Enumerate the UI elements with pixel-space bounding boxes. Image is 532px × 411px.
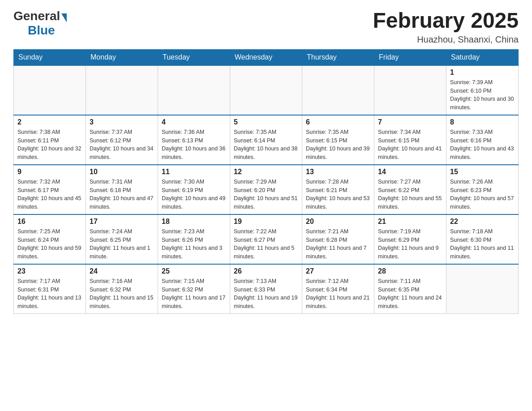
calendar-week-row: 1Sunrise: 7:39 AM Sunset: 6:10 PM Daylig… xyxy=(14,65,519,115)
day-number: 12 xyxy=(234,168,298,176)
table-row: 6Sunrise: 7:35 AM Sunset: 6:15 PM Daylig… xyxy=(302,115,374,165)
day-number: 22 xyxy=(450,218,515,226)
day-info: Sunrise: 7:17 AM Sunset: 6:31 PM Dayligh… xyxy=(17,277,82,311)
day-info: Sunrise: 7:37 AM Sunset: 6:12 PM Dayligh… xyxy=(90,128,154,162)
day-info: Sunrise: 7:23 AM Sunset: 6:26 PM Dayligh… xyxy=(162,227,226,261)
calendar-week-row: 23Sunrise: 7:17 AM Sunset: 6:31 PM Dayli… xyxy=(14,264,519,314)
day-info: Sunrise: 7:26 AM Sunset: 6:23 PM Dayligh… xyxy=(450,178,515,211)
day-number: 11 xyxy=(162,168,226,176)
calendar-table: Sunday Monday Tuesday Wednesday Thursday… xyxy=(13,49,519,314)
col-wednesday: Wednesday xyxy=(230,49,302,65)
day-info: Sunrise: 7:39 AM Sunset: 6:10 PM Dayligh… xyxy=(450,78,515,112)
day-number: 6 xyxy=(306,118,370,126)
day-number: 4 xyxy=(162,118,226,126)
day-info: Sunrise: 7:13 AM Sunset: 6:33 PM Dayligh… xyxy=(234,277,298,311)
col-sunday: Sunday xyxy=(14,49,86,65)
table-row: 22Sunrise: 7:18 AM Sunset: 6:30 PM Dayli… xyxy=(446,214,519,264)
day-number: 28 xyxy=(378,267,442,275)
day-number: 3 xyxy=(90,118,154,126)
day-number: 16 xyxy=(17,218,82,226)
table-row xyxy=(86,65,158,115)
table-row: 13Sunrise: 7:28 AM Sunset: 6:21 PM Dayli… xyxy=(302,165,374,214)
day-info: Sunrise: 7:36 AM Sunset: 6:13 PM Dayligh… xyxy=(162,128,226,162)
day-number: 19 xyxy=(234,218,298,226)
day-info: Sunrise: 7:22 AM Sunset: 6:27 PM Dayligh… xyxy=(234,227,298,261)
table-row: 1Sunrise: 7:39 AM Sunset: 6:10 PM Daylig… xyxy=(446,65,519,115)
day-number: 2 xyxy=(17,118,82,126)
calendar-week-row: 16Sunrise: 7:25 AM Sunset: 6:24 PM Dayli… xyxy=(14,214,519,264)
day-info: Sunrise: 7:27 AM Sunset: 6:22 PM Dayligh… xyxy=(378,178,442,211)
logo-blue-text: Blue xyxy=(28,23,55,37)
table-row xyxy=(158,65,230,115)
logo: General Blue xyxy=(13,9,67,38)
table-row: 28Sunrise: 7:11 AM Sunset: 6:35 PM Dayli… xyxy=(374,264,446,314)
day-number: 15 xyxy=(450,168,515,176)
table-row xyxy=(230,65,302,115)
day-info: Sunrise: 7:35 AM Sunset: 6:15 PM Dayligh… xyxy=(306,128,370,162)
table-row: 20Sunrise: 7:21 AM Sunset: 6:28 PM Dayli… xyxy=(302,214,374,264)
table-row: 11Sunrise: 7:30 AM Sunset: 6:19 PM Dayli… xyxy=(158,165,230,214)
calendar-header-row: Sunday Monday Tuesday Wednesday Thursday… xyxy=(14,49,519,65)
day-info: Sunrise: 7:31 AM Sunset: 6:18 PM Dayligh… xyxy=(90,178,154,211)
day-number: 20 xyxy=(306,218,370,226)
col-monday: Monday xyxy=(86,49,158,65)
logo-general-text: General xyxy=(13,9,60,23)
table-row: 3Sunrise: 7:37 AM Sunset: 6:12 PM Daylig… xyxy=(86,115,158,165)
table-row: 19Sunrise: 7:22 AM Sunset: 6:27 PM Dayli… xyxy=(230,214,302,264)
day-number: 7 xyxy=(378,118,442,126)
table-row: 21Sunrise: 7:19 AM Sunset: 6:29 PM Dayli… xyxy=(374,214,446,264)
day-number: 10 xyxy=(90,168,154,176)
table-row: 15Sunrise: 7:26 AM Sunset: 6:23 PM Dayli… xyxy=(446,165,519,214)
day-number: 1 xyxy=(450,68,515,77)
page-header: General Blue February 2025 Huazhou, Shaa… xyxy=(13,9,519,45)
table-row: 17Sunrise: 7:24 AM Sunset: 6:25 PM Dayli… xyxy=(86,214,158,264)
day-number: 23 xyxy=(17,267,82,275)
calendar-week-row: 9Sunrise: 7:32 AM Sunset: 6:17 PM Daylig… xyxy=(14,165,519,214)
table-row: 23Sunrise: 7:17 AM Sunset: 6:31 PM Dayli… xyxy=(14,264,86,314)
day-number: 13 xyxy=(306,168,370,176)
day-info: Sunrise: 7:16 AM Sunset: 6:32 PM Dayligh… xyxy=(90,277,154,311)
table-row: 7Sunrise: 7:34 AM Sunset: 6:15 PM Daylig… xyxy=(374,115,446,165)
logo-triangle-icon xyxy=(61,13,67,22)
day-info: Sunrise: 7:19 AM Sunset: 6:29 PM Dayligh… xyxy=(378,227,442,261)
day-number: 17 xyxy=(90,218,154,226)
month-title: February 2025 xyxy=(373,9,519,33)
day-info: Sunrise: 7:18 AM Sunset: 6:30 PM Dayligh… xyxy=(450,227,515,261)
table-row: 10Sunrise: 7:31 AM Sunset: 6:18 PM Dayli… xyxy=(86,165,158,214)
col-friday: Friday xyxy=(374,49,446,65)
table-row: 16Sunrise: 7:25 AM Sunset: 6:24 PM Dayli… xyxy=(14,214,86,264)
table-row xyxy=(302,65,374,115)
title-section: February 2025 Huazhou, Shaanxi, China xyxy=(373,9,519,45)
day-info: Sunrise: 7:32 AM Sunset: 6:17 PM Dayligh… xyxy=(17,178,82,211)
day-number: 5 xyxy=(234,118,298,126)
table-row: 9Sunrise: 7:32 AM Sunset: 6:17 PM Daylig… xyxy=(14,165,86,214)
day-info: Sunrise: 7:11 AM Sunset: 6:35 PM Dayligh… xyxy=(378,277,442,311)
calendar-week-row: 2Sunrise: 7:38 AM Sunset: 6:11 PM Daylig… xyxy=(14,115,519,165)
day-number: 8 xyxy=(450,118,515,126)
table-row: 2Sunrise: 7:38 AM Sunset: 6:11 PM Daylig… xyxy=(14,115,86,165)
table-row: 5Sunrise: 7:35 AM Sunset: 6:14 PM Daylig… xyxy=(230,115,302,165)
location-title: Huazhou, Shaanxi, China xyxy=(373,34,519,45)
day-number: 18 xyxy=(162,218,226,226)
day-number: 25 xyxy=(162,267,226,275)
day-info: Sunrise: 7:34 AM Sunset: 6:15 PM Dayligh… xyxy=(378,128,442,162)
col-saturday: Saturday xyxy=(446,49,519,65)
day-number: 24 xyxy=(90,267,154,275)
table-row: 24Sunrise: 7:16 AM Sunset: 6:32 PM Dayli… xyxy=(86,264,158,314)
day-info: Sunrise: 7:24 AM Sunset: 6:25 PM Dayligh… xyxy=(90,227,154,261)
col-thursday: Thursday xyxy=(302,49,374,65)
table-row xyxy=(446,264,519,314)
day-info: Sunrise: 7:12 AM Sunset: 6:34 PM Dayligh… xyxy=(306,277,370,311)
day-info: Sunrise: 7:30 AM Sunset: 6:19 PM Dayligh… xyxy=(162,178,226,211)
day-info: Sunrise: 7:21 AM Sunset: 6:28 PM Dayligh… xyxy=(306,227,370,261)
table-row xyxy=(374,65,446,115)
table-row: 4Sunrise: 7:36 AM Sunset: 6:13 PM Daylig… xyxy=(158,115,230,165)
day-info: Sunrise: 7:29 AM Sunset: 6:20 PM Dayligh… xyxy=(234,178,298,211)
day-info: Sunrise: 7:38 AM Sunset: 6:11 PM Dayligh… xyxy=(17,128,82,162)
table-row: 26Sunrise: 7:13 AM Sunset: 6:33 PM Dayli… xyxy=(230,264,302,314)
day-info: Sunrise: 7:28 AM Sunset: 6:21 PM Dayligh… xyxy=(306,178,370,211)
day-info: Sunrise: 7:25 AM Sunset: 6:24 PM Dayligh… xyxy=(17,227,82,261)
day-number: 26 xyxy=(234,267,298,275)
day-number: 9 xyxy=(17,168,82,176)
day-info: Sunrise: 7:33 AM Sunset: 6:16 PM Dayligh… xyxy=(450,128,515,162)
